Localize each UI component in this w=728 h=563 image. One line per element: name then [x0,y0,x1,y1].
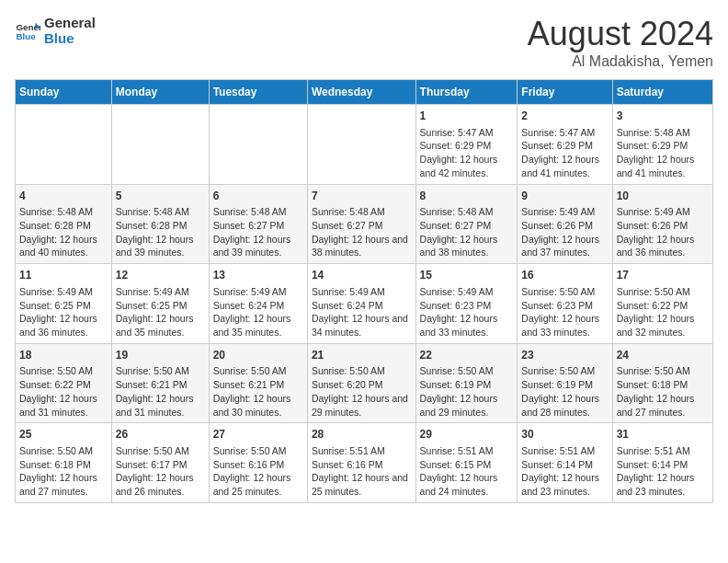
sunset-text: Sunset: 6:26 PM [617,219,709,233]
daylight-text: Daylight: 12 hours and 39 minutes. [116,233,205,259]
header-day: Wednesday [307,80,415,105]
header-day: Sunday [16,80,112,105]
sunset-text: Sunset: 6:22 PM [19,378,108,392]
calendar-cell: 29Sunrise: 5:51 AMSunset: 6:15 PMDayligh… [415,423,518,503]
sunset-text: Sunset: 6:25 PM [19,299,108,313]
sunset-text: Sunset: 6:15 PM [420,458,514,472]
sunrise-text: Sunrise: 5:50 AM [116,364,205,378]
header-row: SundayMondayTuesdayWednesdayThursdayFrid… [16,80,713,105]
daylight-text: Daylight: 12 hours and 28 minutes. [521,392,608,419]
daylight-text: Daylight: 12 hours and 35 minutes. [116,312,205,339]
sunrise-text: Sunrise: 5:51 AM [312,444,412,458]
sunrise-text: Sunrise: 5:47 AM [521,126,608,140]
location-title: Al Madakisha, Yemen [528,53,713,70]
sunset-text: Sunset: 6:26 PM [521,219,608,233]
sunset-text: Sunset: 6:22 PM [617,299,709,313]
sunset-text: Sunset: 6:14 PM [521,458,608,472]
day-number: 12 [116,268,205,283]
calendar-cell: 25Sunrise: 5:50 AMSunset: 6:18 PMDayligh… [16,423,112,503]
sunset-text: Sunset: 6:27 PM [420,219,514,233]
daylight-text: Daylight: 12 hours and 40 minutes. [19,233,108,259]
sunset-text: Sunset: 6:18 PM [617,378,709,392]
sunrise-text: Sunrise: 5:48 AM [420,205,514,219]
calendar-cell: 5Sunrise: 5:48 AMSunset: 6:28 PMDaylight… [111,184,209,264]
header-day: Friday [518,80,612,105]
sunset-text: Sunset: 6:21 PM [213,378,303,392]
calendar-cell: 27Sunrise: 5:50 AMSunset: 6:16 PMDayligh… [209,423,307,503]
sunset-text: Sunset: 6:19 PM [521,378,608,392]
calendar-cell: 10Sunrise: 5:49 AMSunset: 6:26 PMDayligh… [612,184,712,264]
sunset-text: Sunset: 6:28 PM [116,219,205,233]
sunset-text: Sunset: 6:14 PM [617,458,709,472]
daylight-text: Daylight: 12 hours and 34 minutes. [312,312,412,339]
sunset-text: Sunset: 6:29 PM [521,139,608,153]
calendar-cell: 14Sunrise: 5:49 AMSunset: 6:24 PMDayligh… [307,264,415,344]
daylight-text: Daylight: 12 hours and 23 minutes. [617,471,709,498]
day-number: 20 [213,348,303,363]
calendar-cell [111,105,209,185]
calendar-cell [16,105,112,185]
calendar-cell: 2Sunrise: 5:47 AMSunset: 6:29 PMDaylight… [518,105,612,185]
daylight-text: Daylight: 12 hours and 31 minutes. [116,392,205,419]
daylight-text: Daylight: 12 hours and 31 minutes. [19,392,108,419]
sunset-text: Sunset: 6:17 PM [116,458,205,472]
day-number: 25 [19,427,108,442]
day-number: 8 [420,189,514,204]
sunrise-text: Sunrise: 5:50 AM [312,364,412,378]
header-day: Monday [111,80,209,105]
sunset-text: Sunset: 6:27 PM [312,219,412,233]
daylight-text: Daylight: 12 hours and 39 minutes. [213,233,303,259]
sunset-text: Sunset: 6:24 PM [213,299,303,313]
calendar-cell: 30Sunrise: 5:51 AMSunset: 6:14 PMDayligh… [518,423,612,503]
calendar-cell: 19Sunrise: 5:50 AMSunset: 6:21 PMDayligh… [111,343,209,423]
daylight-text: Daylight: 12 hours and 30 minutes. [213,392,303,419]
sunrise-text: Sunrise: 5:50 AM [420,364,514,378]
day-number: 23 [521,348,608,363]
calendar-cell: 11Sunrise: 5:49 AMSunset: 6:25 PMDayligh… [16,264,112,344]
sunset-text: Sunset: 6:20 PM [312,378,412,392]
day-number: 5 [116,189,205,204]
sunrise-text: Sunrise: 5:50 AM [19,364,108,378]
daylight-text: Daylight: 12 hours and 41 minutes. [521,153,608,179]
day-number: 10 [617,189,709,204]
day-number: 4 [19,189,108,204]
calendar-cell: 22Sunrise: 5:50 AMSunset: 6:19 PMDayligh… [415,343,518,423]
sunrise-text: Sunrise: 5:50 AM [521,364,608,378]
daylight-text: Daylight: 12 hours and 27 minutes. [19,471,108,498]
sunrise-text: Sunrise: 5:49 AM [521,205,608,219]
daylight-text: Daylight: 12 hours and 32 minutes. [617,312,709,339]
calendar-cell: 24Sunrise: 5:50 AMSunset: 6:18 PMDayligh… [612,343,712,423]
calendar-cell: 17Sunrise: 5:50 AMSunset: 6:22 PMDayligh… [612,264,712,344]
day-number: 21 [312,348,412,363]
daylight-text: Daylight: 12 hours and 25 minutes. [213,471,303,498]
svg-text:Blue: Blue [16,31,36,41]
sunset-text: Sunset: 6:21 PM [116,378,205,392]
calendar-cell: 4Sunrise: 5:48 AMSunset: 6:28 PMDaylight… [16,184,112,264]
calendar-week-row: 11Sunrise: 5:49 AMSunset: 6:25 PMDayligh… [16,264,713,344]
daylight-text: Daylight: 12 hours and 33 minutes. [420,312,514,339]
sunrise-text: Sunrise: 5:50 AM [213,444,303,458]
calendar-week-row: 4Sunrise: 5:48 AMSunset: 6:28 PMDaylight… [16,184,713,264]
calendar-cell: 7Sunrise: 5:48 AMSunset: 6:27 PMDaylight… [307,184,415,264]
day-number: 2 [521,109,608,124]
sunset-text: Sunset: 6:24 PM [312,299,412,313]
sunrise-text: Sunrise: 5:50 AM [617,364,709,378]
sunset-text: Sunset: 6:25 PM [116,299,205,313]
calendar-cell: 16Sunrise: 5:50 AMSunset: 6:23 PMDayligh… [518,264,612,344]
day-number: 28 [312,427,412,442]
sunrise-text: Sunrise: 5:49 AM [617,205,709,219]
sunrise-text: Sunrise: 5:50 AM [617,285,709,299]
daylight-text: Daylight: 12 hours and 37 minutes. [521,233,608,259]
day-number: 15 [420,268,514,283]
sunrise-text: Sunrise: 5:48 AM [19,205,108,219]
daylight-text: Daylight: 12 hours and 42 minutes. [420,153,514,179]
day-number: 29 [420,427,514,442]
title-block: August 2024 Al Madakisha, Yemen [528,15,713,70]
day-number: 16 [521,268,608,283]
sunrise-text: Sunrise: 5:51 AM [420,444,514,458]
calendar-table: SundayMondayTuesdayWednesdayThursdayFrid… [15,79,713,503]
sunset-text: Sunset: 6:29 PM [420,139,514,153]
calendar-week-row: 18Sunrise: 5:50 AMSunset: 6:22 PMDayligh… [16,343,713,423]
day-number: 18 [19,348,108,363]
sunset-text: Sunset: 6:18 PM [19,458,108,472]
